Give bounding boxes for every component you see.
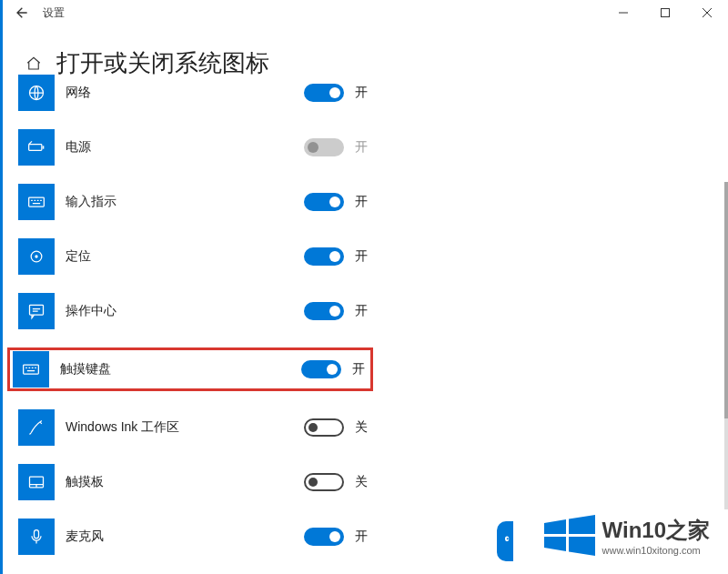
setting-row-location: 定位开 (18, 238, 373, 275)
titlebar: 设置 (3, 0, 728, 25)
toggle-windows-ink[interactable] (304, 418, 344, 437)
comment-icon (18, 293, 55, 329)
close-icon (703, 8, 712, 17)
arrow-left-icon (14, 5, 28, 20)
setting-label: 网络 (66, 85, 304, 101)
svg-marker-5 (544, 537, 566, 551)
scrollbar-thumb[interactable] (724, 182, 728, 418)
setting-label: 电源 (66, 139, 304, 156)
minimize-button[interactable] (602, 0, 644, 25)
home-button[interactable] (20, 50, 47, 77)
mic-icon (18, 519, 55, 555)
svg-marker-4 (569, 515, 595, 534)
toggle-state-label: 开 (355, 139, 373, 156)
toggle-touch-keyboard[interactable] (301, 360, 341, 378)
setting-row-power: 电源开 (18, 129, 373, 166)
watermark-url: www.win10xitong.com (602, 545, 710, 556)
touchpad-icon (18, 464, 55, 500)
maximize-icon (661, 8, 670, 17)
setting-row-microphone: 麦克风开 (18, 519, 373, 555)
watermark: Win10之家 www.win10xitong.com (542, 507, 710, 565)
globe-icon (18, 75, 55, 111)
toggle-state-label: 开 (355, 194, 373, 210)
svg-rect-0 (662, 9, 670, 17)
toggle-microphone[interactable] (304, 528, 344, 546)
windows-logo-icon (542, 507, 597, 565)
minimize-icon (619, 8, 628, 17)
window-title: 设置 (39, 5, 65, 21)
toggle-location[interactable] (304, 247, 344, 266)
toggle-state-label: 关 (355, 474, 373, 490)
svg-marker-6 (569, 537, 595, 556)
keyboard-icon (13, 351, 49, 388)
toggle-state-label: 开 (355, 85, 373, 101)
setting-label: 麦克风 (66, 529, 304, 545)
close-button[interactable] (686, 0, 728, 25)
setting-row-touchpad: 触摸板关 (18, 464, 373, 500)
toggle-network[interactable] (304, 84, 344, 102)
toggle-action-center[interactable] (304, 302, 344, 320)
toggle-state-label: 开 (355, 529, 373, 545)
toggle-touchpad[interactable] (304, 473, 344, 491)
battery-icon (18, 129, 55, 166)
setting-label: 定位 (66, 248, 304, 265)
edge-mascot-icon (497, 521, 513, 561)
setting-row-touch-keyboard: 触摸键盘开 (7, 347, 373, 391)
maximize-button[interactable] (644, 0, 686, 25)
setting-row-network: 网络开 (18, 75, 373, 111)
watermark-text: Win10之家 (602, 516, 710, 545)
pen-icon (18, 409, 55, 446)
setting-row-windows-ink: Windows Ink 工作区关 (18, 409, 373, 446)
setting-row-input-indicator: 输入指示开 (18, 184, 373, 220)
svg-marker-3 (544, 519, 566, 534)
keyboard-icon (18, 184, 55, 220)
target-icon (18, 238, 55, 275)
back-button[interactable] (3, 0, 39, 25)
home-icon (25, 55, 42, 72)
toggle-input-indicator[interactable] (304, 193, 344, 211)
toggle-state-label: 开 (355, 248, 373, 265)
setting-label: 触摸键盘 (60, 361, 301, 378)
toggle-state-label: 开 (355, 303, 373, 319)
setting-label: 操作中心 (66, 303, 304, 319)
setting-label: 输入指示 (66, 194, 304, 210)
toggle-state-label: 开 (352, 361, 370, 378)
svg-point-2 (507, 538, 509, 539)
setting-row-action-center: 操作中心开 (18, 293, 373, 329)
window-left-border (0, 0, 3, 574)
setting-label: Windows Ink 工作区 (66, 419, 304, 436)
settings-list: 网络开电源开输入指示开定位开操作中心开触摸键盘开Windows Ink 工作区关… (18, 75, 373, 573)
toggle-power (304, 138, 344, 156)
toggle-state-label: 关 (355, 419, 373, 436)
setting-label: 触摸板 (66, 474, 304, 490)
